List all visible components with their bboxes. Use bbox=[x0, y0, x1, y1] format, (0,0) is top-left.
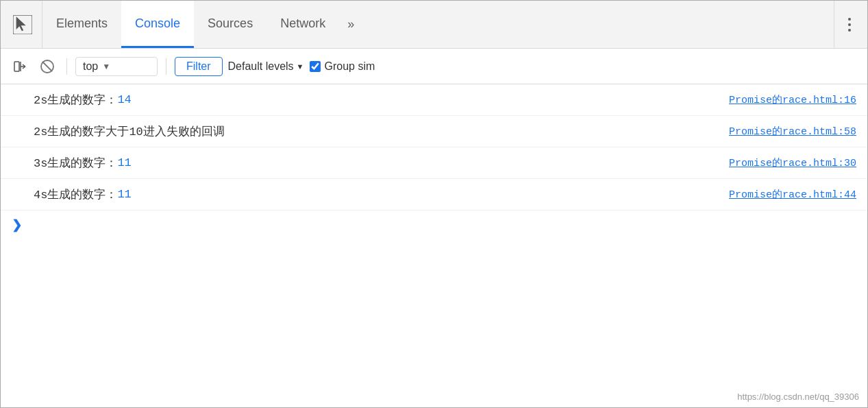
console-log-row: 2s生成的数字大于10进入失败的回调 Promise的race.html:58 bbox=[1, 116, 867, 147]
watermark-text: https://blog.csdn.net/qq_39306 bbox=[737, 392, 859, 402]
console-log-row: 3s生成的数字： 11 Promise的race.html:30 bbox=[1, 147, 867, 179]
console-toolbar: top ▼ Filter Default levels ▼ Group sim bbox=[1, 49, 867, 84]
console-output: 2s生成的数字： 14 Promise的race.html:16 2s生成的数字… bbox=[1, 84, 867, 407]
console-message-3: 3s生成的数字： 11 bbox=[34, 155, 132, 171]
clear-console-button[interactable] bbox=[9, 56, 31, 77]
block-icon-button[interactable] bbox=[36, 56, 58, 77]
tabs-container: Elements Console Sources Network » bbox=[42, 1, 834, 48]
tab-network[interactable]: Network bbox=[266, 1, 339, 48]
no-entry-icon bbox=[40, 59, 55, 74]
cursor-icon bbox=[12, 14, 34, 36]
prompt-arrow-icon: ❯ bbox=[12, 217, 22, 232]
svg-line-7 bbox=[42, 62, 52, 71]
console-source-link-2[interactable]: Promise的race.html:58 bbox=[729, 125, 856, 138]
cursor-btn[interactable] bbox=[3, 1, 42, 48]
devtools-window: Elements Console Sources Network » bbox=[0, 0, 868, 408]
console-source-link-1[interactable]: Promise的race.html:16 bbox=[729, 93, 856, 106]
console-prompt-row: ❯ bbox=[1, 211, 867, 239]
devtools-menu-button[interactable] bbox=[834, 1, 865, 48]
default-levels-dropdown[interactable]: Default levels ▼ bbox=[228, 60, 304, 73]
tab-sources[interactable]: Sources bbox=[194, 1, 266, 48]
tab-more-button[interactable]: » bbox=[339, 1, 362, 48]
kebab-menu-icon bbox=[845, 15, 854, 34]
group-similar-checkbox[interactable] bbox=[310, 61, 321, 72]
context-selector[interactable]: top ▼ bbox=[75, 57, 158, 76]
console-log-row: 2s生成的数字： 14 Promise的race.html:16 bbox=[1, 84, 867, 116]
toolbar-divider-2 bbox=[166, 58, 166, 75]
sidebar-panel-icon bbox=[13, 60, 27, 73]
toolbar-divider-1 bbox=[66, 58, 67, 75]
default-levels-arrow-icon: ▼ bbox=[297, 62, 304, 71]
filter-button[interactable]: Filter bbox=[175, 57, 223, 76]
console-message-4: 4s生成的数字： 11 bbox=[34, 187, 132, 202]
console-source-link-3[interactable]: Promise的race.html:30 bbox=[729, 156, 856, 169]
console-message-2: 2s生成的数字大于10进入失败的回调 bbox=[34, 123, 225, 139]
tab-console[interactable]: Console bbox=[121, 1, 194, 48]
context-arrow-icon: ▼ bbox=[102, 62, 110, 71]
tab-bar: Elements Console Sources Network » bbox=[1, 1, 867, 49]
group-similar-checkbox-label[interactable]: Group sim bbox=[310, 60, 375, 73]
console-source-link-4[interactable]: Promise的race.html:44 bbox=[729, 188, 856, 201]
console-log-row: 4s生成的数字： 11 Promise的race.html:44 bbox=[1, 179, 867, 211]
tab-elements[interactable]: Elements bbox=[42, 1, 121, 48]
console-message-1: 2s生成的数字： 14 bbox=[34, 92, 132, 108]
svg-rect-1 bbox=[14, 62, 19, 71]
